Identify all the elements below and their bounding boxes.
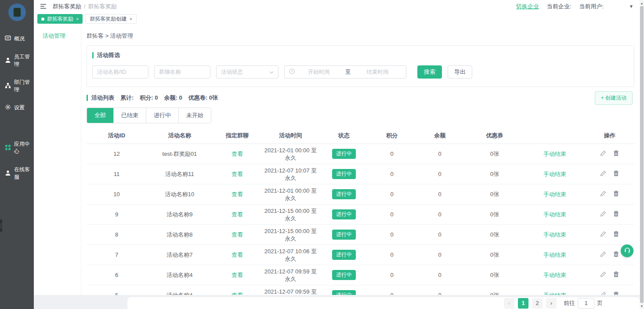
- status-tab-not-started[interactable]: 未开始: [178, 108, 211, 123]
- sidebar-item-label: 设置: [14, 104, 25, 111]
- cell-coupon: 0张: [464, 285, 525, 295]
- cell-activity-time: 2021-12-07 09:59 至永久: [262, 285, 319, 295]
- manual-end-link[interactable]: 手动结束: [543, 171, 566, 177]
- scroll-down-icon[interactable]: ▼: [640, 303, 644, 309]
- delete-icon[interactable]: [613, 271, 619, 279]
- table-row: 5 活动名称4 查看 2021-12-07 09:59 至永久 进行中 0 0 …: [87, 285, 634, 295]
- view-group-link[interactable]: 查看: [232, 211, 243, 218]
- cell-activity-id: 6: [87, 265, 147, 285]
- cell-points: 0: [369, 164, 415, 184]
- sidebar-spacer: [0, 117, 34, 135]
- col-empty: [525, 128, 585, 144]
- view-group-link[interactable]: 查看: [232, 191, 243, 198]
- manual-end-link[interactable]: 手动结束: [543, 252, 566, 258]
- col-actions: 操作: [585, 128, 634, 144]
- topbar-right: 切换企业 当前企业: 当前用户: ▼: [516, 3, 633, 11]
- scroll-up-icon[interactable]: ▲: [640, 0, 644, 6]
- tab-group-reward-create[interactable]: 群拓客奖励创建 ×: [85, 14, 136, 24]
- view-group-link[interactable]: 查看: [232, 151, 243, 157]
- delete-icon[interactable]: [613, 291, 619, 295]
- date-range-picker[interactable]: 开始时间 至 结束时间: [284, 65, 406, 79]
- delete-icon[interactable]: [613, 170, 619, 178]
- sidebar-item-staff[interactable]: 员工管理: [0, 48, 34, 73]
- vertical-scrollbar[interactable]: ▲ ▼: [640, 0, 644, 309]
- page-button-2[interactable]: 2: [532, 298, 543, 309]
- cell-activity-name: test-群奖励01: [147, 144, 213, 164]
- delete-icon[interactable]: [613, 251, 619, 259]
- edit-icon[interactable]: [600, 251, 606, 259]
- manual-end-link[interactable]: 手动结束: [543, 231, 566, 238]
- sidebar-item-settings[interactable]: 设置: [0, 99, 34, 117]
- cell-balance: 0: [415, 184, 464, 205]
- status-badge: 进行中: [332, 250, 356, 260]
- delete-icon[interactable]: [613, 150, 619, 158]
- create-activity-button[interactable]: + 创建活动: [595, 91, 633, 105]
- totals-summary: 累计: 积分: 0 余额: 0 优惠卷: 0张: [120, 94, 218, 102]
- manual-end-link[interactable]: 手动结束: [543, 191, 566, 198]
- sidebar-item-app-center[interactable]: 应用中心: [0, 135, 34, 161]
- status-badge: 进行中: [332, 149, 356, 159]
- cell-activity-id: 9: [87, 205, 147, 225]
- cell-coupon: 0张: [464, 265, 525, 285]
- edit-icon[interactable]: [600, 291, 606, 295]
- customer-service-fab[interactable]: [621, 244, 633, 257]
- scrollbar-thumb[interactable]: [640, 6, 644, 303]
- sidebar-item-department[interactable]: 部门管理: [0, 73, 34, 99]
- collapse-menu-icon[interactable]: [40, 4, 47, 9]
- edit-icon[interactable]: [600, 211, 606, 218]
- view-group-link[interactable]: 查看: [232, 252, 243, 258]
- prev-page-button[interactable]: ‹: [504, 298, 514, 309]
- page-button-1[interactable]: 1: [518, 298, 528, 309]
- status-tab-all[interactable]: 全部: [87, 108, 113, 123]
- cell-points: 0: [369, 144, 415, 164]
- menu-item-activity-management[interactable]: 活动管理: [43, 32, 81, 40]
- sidebar-item-label: 部门管理: [14, 79, 34, 93]
- switch-company-link[interactable]: 切换企业: [516, 3, 539, 11]
- view-group-link[interactable]: 查看: [232, 292, 243, 295]
- delete-icon[interactable]: [613, 190, 619, 198]
- export-button[interactable]: 导出: [448, 65, 472, 79]
- status-tab-ongoing[interactable]: 进行中: [146, 108, 178, 123]
- activity-table-body: 12 test-群奖励01 查看 2021-12-01 00:00 至永久 进行…: [87, 144, 634, 295]
- status-tab-ended[interactable]: 已结束: [113, 108, 146, 123]
- manual-end-link[interactable]: 手动结束: [543, 151, 566, 157]
- view-group-link[interactable]: 查看: [232, 231, 243, 238]
- cell-balance: 0: [415, 245, 464, 265]
- col-status: 状态: [319, 128, 369, 144]
- edit-icon[interactable]: [600, 231, 606, 238]
- edit-icon[interactable]: [600, 190, 606, 198]
- close-icon[interactable]: ×: [129, 16, 132, 22]
- delete-icon[interactable]: [613, 231, 619, 238]
- group-name-input[interactable]: [154, 65, 210, 79]
- delete-icon[interactable]: [613, 211, 619, 218]
- pagination-bar: ‹ 1 2 › 前往 页: [127, 297, 640, 309]
- edit-icon[interactable]: [600, 170, 606, 178]
- view-group-link[interactable]: 查看: [232, 272, 243, 278]
- manual-end-link[interactable]: 手动结束: [543, 292, 566, 295]
- main-content: 群拓客 > 活动管理 活动筛选 活动状态 开始时间 至 结束时间 搜索: [81, 25, 640, 295]
- activity-status-select[interactable]: 活动状态: [216, 65, 279, 79]
- sidebar-item-overview[interactable]: 概况: [0, 30, 34, 48]
- cell-coupon: 0张: [464, 245, 525, 265]
- user-menu-caret-icon[interactable]: ▼: [629, 4, 633, 9]
- staff-icon: [5, 57, 11, 65]
- cell-coupon: 0张: [464, 184, 525, 205]
- goto-page-input[interactable]: [578, 298, 594, 309]
- search-button[interactable]: 搜索: [417, 65, 442, 79]
- end-time-placeholder[interactable]: 结束时间: [354, 68, 402, 76]
- next-page-button[interactable]: ›: [546, 298, 557, 309]
- close-icon[interactable]: ×: [76, 16, 79, 22]
- sidebar-item-online-service[interactable]: 在线客服: [0, 161, 34, 186]
- workspace: 活动管理 群拓客 > 活动管理 活动筛选 活动状态 开始时间 至 结: [34, 25, 640, 295]
- view-group-link[interactable]: 查看: [232, 171, 243, 177]
- tab-group-reward[interactable]: 群拓客奖励 ×: [37, 14, 83, 24]
- sidebar-drag-handle[interactable]: [0, 219, 2, 232]
- logo-mascot-icon: [14, 8, 21, 17]
- activity-name-input[interactable]: [92, 65, 148, 79]
- edit-icon[interactable]: [600, 271, 606, 279]
- manual-end-link[interactable]: 手动结束: [543, 272, 566, 278]
- start-time-placeholder[interactable]: 开始时间: [295, 68, 343, 76]
- manual-end-link[interactable]: 手动结束: [543, 211, 566, 218]
- breadcrumb-root[interactable]: 群拓客奖励: [53, 3, 81, 11]
- edit-icon[interactable]: [600, 150, 606, 158]
